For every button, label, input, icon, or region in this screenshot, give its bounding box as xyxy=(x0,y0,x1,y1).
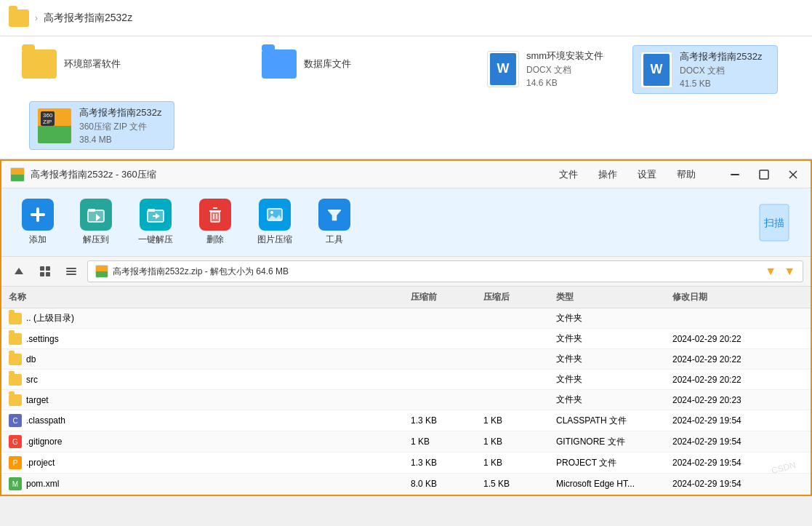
menu-settings[interactable]: 设置 xyxy=(633,167,661,183)
delete-button[interactable]: 删除 xyxy=(193,196,237,249)
list-item[interactable]: 环境部署软件 xyxy=(15,45,160,83)
file-meta: smm环境安装文件 DOCX 文档 14.6 KB xyxy=(526,49,603,88)
add-label: 添加 xyxy=(29,234,47,246)
file-meta: 数据库文件 xyxy=(304,57,351,71)
table-row[interactable]: db 文件夹 2024-02-29 20:22 xyxy=(1,349,811,370)
table-row[interactable]: .settings 文件夹 2024-02-29 20:22 xyxy=(1,329,811,349)
svg-rect-1 xyxy=(760,170,768,179)
file-size: 38.4 MB xyxy=(79,135,161,145)
git-icon: G xyxy=(9,435,22,448)
extract-one-button[interactable]: 一键解压 xyxy=(132,196,179,249)
list-item[interactable]: W 高考报考指南2532z DOCX 文档 41.5 KB xyxy=(632,45,778,94)
menu-operate[interactable]: 操作 xyxy=(594,167,622,183)
docx-icon: W xyxy=(640,52,672,88)
zip-app-window: 高考报考指南2532z - 360压缩 文件 操作 设置 帮助 xyxy=(0,159,812,496)
titlebar-right: 文件 操作 设置 帮助 xyxy=(555,166,802,183)
minimize-button[interactable] xyxy=(726,166,744,183)
img-compress-button[interactable]: 图片压缩 xyxy=(252,196,298,249)
side-scan-icon: 扫描 xyxy=(752,201,796,244)
zip-app-icon xyxy=(10,167,25,182)
zip-icon: 360ZIP xyxy=(37,108,72,144)
table-row[interactable]: M pom.xml 8.0 KB 1.5 KB Microsoft Edge H… xyxy=(1,474,811,495)
word-w-icon: W xyxy=(490,53,516,85)
row-name: C .classpath xyxy=(9,414,411,427)
svg-rect-30 xyxy=(66,271,76,272)
add-icon xyxy=(22,199,54,231)
svg-point-19 xyxy=(270,211,273,214)
file-type: 360压缩 ZIP 文件 xyxy=(79,121,161,133)
titlebar-left: 高考报考指南2532z - 360压缩 xyxy=(10,167,156,182)
extract-to-button[interactable]: 解压到 xyxy=(74,196,118,249)
table-row[interactable]: C .classpath 1.3 KB 1 KB CLASSPATH 文件 20… xyxy=(1,410,811,431)
zip-path-bar: 高考报考指南2532z.zip - 解包大小为 64.6 MB ▼ ▼ xyxy=(87,260,803,282)
delete-label: 删除 xyxy=(206,234,224,246)
folder-icon xyxy=(9,374,22,386)
extract-to-icon xyxy=(80,199,112,231)
path-dropdown-icon[interactable]: ▼ xyxy=(765,265,776,278)
path-expand-icon[interactable]: ▼ xyxy=(784,265,795,278)
col-modified: 修改日期 xyxy=(672,291,803,303)
file-meta: 高考报考指南2532z DOCX 文档 41.5 KB xyxy=(680,50,762,89)
file-name: 环境部署软件 xyxy=(64,57,121,71)
file-size: 41.5 KB xyxy=(680,79,762,89)
svg-rect-28 xyxy=(46,272,50,276)
tools-button[interactable]: 工具 xyxy=(313,196,356,249)
svg-rect-7 xyxy=(88,209,95,212)
svg-rect-5 xyxy=(31,213,45,216)
svg-rect-10 xyxy=(148,209,155,212)
pom-icon: M xyxy=(9,477,22,490)
nav-grid-view-button[interactable] xyxy=(35,261,55,282)
tools-label: 工具 xyxy=(326,234,343,246)
nav-up-button[interactable] xyxy=(9,261,29,282)
folder-icon-blue xyxy=(262,49,297,79)
file-name: smm环境安装文件 xyxy=(526,49,603,63)
list-item[interactable]: W smm环境安装文件 DOCX 文档 14.6 KB xyxy=(480,45,625,92)
folder-icon xyxy=(9,394,22,406)
img-compress-label: 图片压缩 xyxy=(257,234,292,246)
col-compressed-before: 压缩前 xyxy=(411,291,483,303)
zip-app-title: 高考报考指南2532z - 360压缩 xyxy=(31,168,156,181)
extract-one-icon xyxy=(140,199,172,231)
file-meta: 高考报考指南2532z 360压缩 ZIP 文件 38.4 MB xyxy=(79,106,161,145)
file-name: 高考报考指南2532z xyxy=(79,106,161,119)
list-item[interactable]: 360ZIP 高考报考指南2532z 360压缩 ZIP 文件 38.4 MB xyxy=(29,101,174,150)
col-type: 类型 xyxy=(556,291,672,303)
filelist-header: 名称 压缩前 压缩后 类型 修改日期 xyxy=(1,287,811,308)
file-grid: 环境部署软件 数据库文件 W smm环境安装文件 DOCX 文档 14.6 KB… xyxy=(0,36,812,159)
file-name: 数据库文件 xyxy=(304,57,351,71)
menu-file[interactable]: 文件 xyxy=(555,167,582,183)
classpath-icon: C xyxy=(9,414,22,427)
menu-help[interactable]: 帮助 xyxy=(672,167,700,183)
extract-one-label: 一键解压 xyxy=(138,234,173,246)
col-name: 名称 xyxy=(9,291,411,303)
zip-navbar: 高考报考指南2532z.zip - 解包大小为 64.6 MB ▼ ▼ xyxy=(1,256,811,287)
table-row[interactable]: P .project 1.3 KB 1 KB PROJECT 文件 2024-0… xyxy=(1,453,811,474)
project-icon: P xyxy=(9,456,22,469)
svg-text:扫描: 扫描 xyxy=(763,217,784,228)
table-row[interactable]: .. (上级目录) 文件夹 xyxy=(1,308,811,329)
row-name: .. (上级目录) xyxy=(9,312,411,324)
file-type: DOCX 文档 xyxy=(526,64,603,76)
breadcrumb-path: 高考报考指南2532z xyxy=(44,12,132,25)
row-name: M pom.xml xyxy=(9,477,411,490)
img-compress-icon xyxy=(259,199,291,231)
table-row[interactable]: src 文件夹 2024-02-29 20:22 xyxy=(1,370,811,390)
add-button[interactable]: 添加 xyxy=(16,196,60,249)
col-compressed-after: 压缩后 xyxy=(483,291,556,303)
file-meta: 环境部署软件 xyxy=(64,57,121,71)
tools-icon xyxy=(318,199,350,231)
maximize-button[interactable] xyxy=(755,166,773,183)
file-size: 14.6 KB xyxy=(526,78,603,88)
zip-path-icon xyxy=(95,265,108,278)
docx-icon: W xyxy=(487,51,519,87)
table-row[interactable]: G .gitignore 1 KB 1 KB GITIGNORE 文件 2024… xyxy=(1,431,811,453)
svg-rect-26 xyxy=(46,266,50,271)
folder-icon xyxy=(22,49,57,79)
table-row[interactable]: target 文件夹 2024-02-29 20:23 xyxy=(1,390,811,410)
folder-icon xyxy=(9,313,22,324)
file-type: DOCX 文档 xyxy=(680,65,762,77)
close-button[interactable] xyxy=(784,166,802,183)
svg-marker-24 xyxy=(15,268,23,274)
list-item[interactable]: 数据库文件 xyxy=(254,45,400,83)
nav-list-view-button[interactable] xyxy=(61,261,81,282)
